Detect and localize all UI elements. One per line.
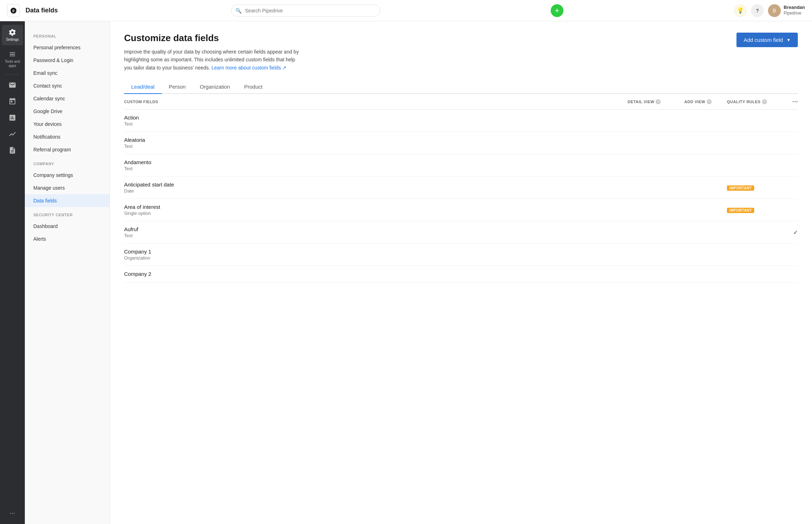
table-row: Anticipated start date Date IMPORTANT [124, 177, 798, 199]
nav-contact-sync[interactable]: Contact sync [25, 79, 110, 92]
col-add-view: ADD VIEW ? [684, 98, 727, 105]
col-quality-rules: QUALITY RULES ? [727, 98, 784, 105]
logo: p [7, 4, 20, 17]
nav-your-devices[interactable]: Your devices [25, 118, 110, 130]
main-layout: Settings Tools and apps [0, 21, 812, 524]
field-info: Aleatoria Text [124, 137, 628, 149]
svg-text:p: p [12, 9, 15, 12]
sidebar-item-mail[interactable] [2, 78, 23, 93]
nav-email-sync[interactable]: Email sync [25, 67, 110, 79]
sidebar-item-calendar[interactable] [2, 94, 23, 109]
search-input[interactable] [231, 5, 380, 17]
table-header: CUSTOM FIELDS DETAIL VIEW ? ADD VIEW ? Q… [124, 94, 798, 110]
tab-product[interactable]: Product [237, 80, 270, 94]
help-button[interactable]: ? [751, 4, 764, 17]
sidebar-item-reports[interactable] [2, 110, 23, 125]
tabs-bar: Lead/deal Person Organization Product [124, 80, 798, 94]
col-detail-view-label: DETAIL VIEW [628, 100, 654, 104]
files-icon [9, 146, 16, 154]
calendar-icon [9, 97, 16, 105]
content-title: Customize data fields [124, 33, 301, 44]
table-row: Aufruf Text ✓ [124, 221, 798, 244]
avatar-image: B [768, 4, 781, 17]
sidebar-item-settings[interactable]: Settings [2, 25, 23, 45]
add-button[interactable]: + [551, 4, 563, 17]
field-info: Company 1 Organization [124, 249, 628, 261]
col-detail-view: DETAIL VIEW ? [628, 98, 684, 105]
nav-calendar-sync[interactable]: Calendar sync [25, 92, 110, 105]
nav-company-settings[interactable]: Company settings [25, 169, 110, 182]
tips-button[interactable]: 💡 [734, 4, 747, 17]
table-options-icon[interactable]: ⋯ [792, 98, 798, 105]
content-area: Customize data fields Improve the qualit… [110, 21, 812, 524]
fields-table-body: Action Text Aleatoria Text [124, 110, 798, 283]
sidebar-divider-1 [5, 74, 20, 75]
important-badge: IMPORTANT [727, 185, 754, 191]
table-row: Aleatoria Text [124, 132, 798, 154]
nav-manage-users[interactable]: Manage users [25, 182, 110, 194]
table-row: Andamento Text [124, 154, 798, 177]
nav-google-drive[interactable]: Google Drive [25, 105, 110, 118]
field-name: Company 1 [124, 249, 628, 255]
add-custom-field-label: Add custom field [744, 37, 783, 43]
col-add-view-label: ADD VIEW [684, 100, 705, 104]
field-name: Aufruf [124, 226, 628, 232]
nav-alerts[interactable]: Alerts [25, 233, 110, 245]
user-avatar[interactable]: B Breandan Pipedrive [768, 4, 805, 17]
add-view-help-icon[interactable]: ? [707, 99, 712, 104]
col-custom-fields: CUSTOM FIELDS [124, 98, 628, 105]
settings-sidebar: PERSONAL Personal preferences Password &… [25, 21, 110, 524]
field-name: Company 2 [124, 271, 628, 277]
field-type: Text [124, 166, 628, 171]
field-name: Aleatoria [124, 137, 628, 143]
mail-icon [9, 81, 16, 89]
table-row: Company 1 Organization [124, 244, 798, 266]
field-actions: ✓ [784, 229, 798, 236]
quality-rules-help-icon[interactable]: ? [762, 99, 767, 104]
table-row: Company 2 [124, 266, 798, 283]
field-name: Andamento [124, 159, 628, 165]
sidebar-item-more[interactable]: ··· [2, 506, 23, 520]
nav-password-login[interactable]: Password & Login [25, 54, 110, 67]
tab-lead-deal[interactable]: Lead/deal [124, 80, 162, 94]
user-name: Breandan [784, 5, 805, 10]
sidebar-item-analytics[interactable] [2, 127, 23, 141]
col-actions-header: ⋯ [784, 98, 798, 105]
section-title-personal: PERSONAL [25, 28, 110, 41]
detail-view-help-icon[interactable]: ? [656, 99, 661, 104]
page-title: Data fields [26, 7, 58, 14]
nav-referral-program[interactable]: Referral program [25, 143, 110, 156]
check-icon: ✓ [793, 229, 798, 236]
tab-organization[interactable]: Organization [193, 80, 237, 94]
col-quality-rules-label: QUALITY RULES [727, 100, 761, 104]
user-info: Breandan Pipedrive [784, 5, 805, 16]
tab-person[interactable]: Person [162, 80, 193, 94]
nav-data-fields[interactable]: Data fields [25, 194, 110, 207]
important-badge: IMPORTANT [727, 208, 754, 213]
nav-personal-preferences[interactable]: Personal preferences [25, 41, 110, 54]
nav-notifications[interactable]: Notifications [25, 130, 110, 143]
field-info: Aufruf Text [124, 226, 628, 238]
more-dots: ··· [10, 509, 15, 517]
reports-icon [9, 114, 16, 122]
search-icon: 🔍 [235, 8, 241, 13]
field-type: Text [124, 233, 628, 238]
field-type: Text [124, 121, 628, 127]
field-info: Anticipated start date Date [124, 182, 628, 194]
left-sidebar: Settings Tools and apps [0, 21, 25, 524]
content-description: Improve the quality of your data by choo… [124, 48, 301, 72]
add-custom-field-button[interactable]: Add custom field ▼ [736, 33, 798, 47]
user-company: Pipedrive [784, 11, 805, 16]
table-row: Area of interest Single option IMPORTANT [124, 199, 798, 221]
top-nav: p Data fields 🔍 + 💡 ? B Breandan Pipedri… [0, 0, 812, 21]
sidebar-item-tools[interactable]: Tools and apps [2, 47, 23, 72]
field-info: Andamento Text [124, 159, 628, 171]
field-info: Area of interest Single option [124, 204, 628, 216]
learn-more-link[interactable]: Learn more about custom fields ↗ [211, 65, 287, 71]
section-title-security: SECURITY CENTER [25, 207, 110, 220]
page-header-left: Customize data fields Improve the qualit… [124, 33, 301, 72]
nav-dashboard-sec[interactable]: Dashboard [25, 220, 110, 233]
col-custom-fields-label: CUSTOM FIELDS [124, 100, 158, 104]
analytics-icon [9, 130, 16, 138]
sidebar-item-files[interactable] [2, 143, 23, 158]
